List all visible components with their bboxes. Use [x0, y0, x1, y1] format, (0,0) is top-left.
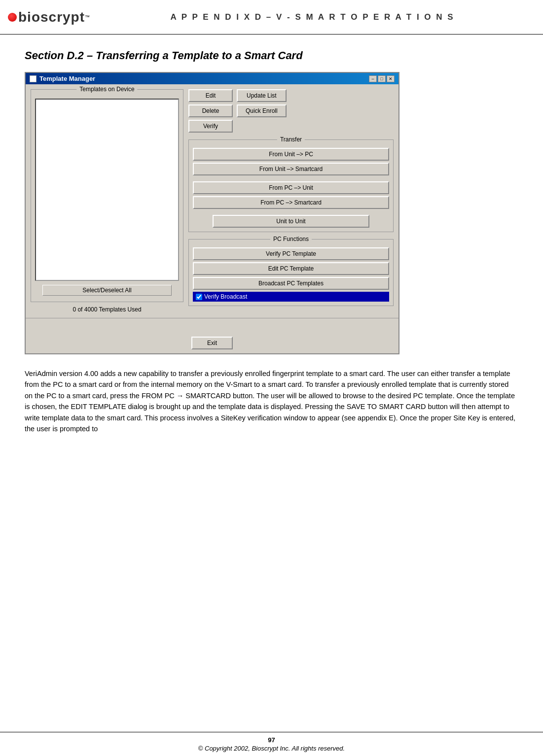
verify-broadcast-label: Verify Broadcast	[204, 293, 247, 300]
from-pc-smartcard-button[interactable]: From PC –> Smartcard	[193, 196, 389, 209]
template-manager-window: 🗃 Template Manager – □ ✕ Templates on De…	[25, 72, 399, 354]
page-header: bioscrypt™ A P P E N D I X D – V - S M A…	[0, 0, 543, 34]
body-text: VeriAdmin version 4.00 adds a new capabi…	[25, 368, 518, 435]
verify-button[interactable]: Verify	[188, 120, 233, 133]
pc-functions-group: PC Functions Verify PC Template Edit PC …	[188, 239, 394, 306]
transfer-buttons: From Unit –> PC From Unit –> Smartcard F…	[193, 148, 389, 228]
from-unit-pc-button[interactable]: From Unit –> PC	[193, 148, 389, 161]
edit-button[interactable]: Edit	[188, 89, 233, 102]
verify-pc-template-button[interactable]: Verify PC Template	[193, 247, 389, 260]
logo-text: bioscrypt	[18, 9, 85, 25]
top-action-buttons: Edit Delete Verify Update List Quick Enr…	[188, 89, 394, 133]
window-body: Templates on Device Select/Deselect All …	[26, 84, 398, 318]
unit-to-unit-button[interactable]: Unit to Unit	[213, 215, 369, 228]
transfer-group: Transfer From Unit –> PC From Unit –> Sm…	[188, 139, 394, 232]
quick-enroll-button[interactable]: Quick Enroll	[237, 104, 287, 117]
window-footer: Exit	[26, 333, 398, 353]
pc-functions-label: PC Functions	[270, 236, 312, 242]
page-number: 97	[268, 736, 275, 744]
right-panel: Edit Delete Verify Update List Quick Enr…	[188, 89, 394, 313]
templates-on-device-label: Templates on Device	[76, 86, 137, 93]
restore-button[interactable]: □	[378, 75, 386, 82]
window-controls[interactable]: – □ ✕	[369, 75, 395, 82]
delete-button[interactable]: Delete	[188, 104, 233, 117]
verify-broadcast-row[interactable]: Verify Broadcast	[193, 292, 389, 302]
broadcast-pc-templates-button[interactable]: Broadcast PC Templates	[193, 277, 389, 290]
left-action-col: Edit Delete Verify	[188, 89, 233, 133]
main-content: Section D.2 – Transferring a Template to…	[0, 34, 543, 449]
logo-tm: ™	[85, 14, 90, 20]
pc-function-buttons: Verify PC Template Edit PC Template Broa…	[193, 247, 389, 302]
appendix-title: A P P E N D I X D – V - S M A R T O P E …	[90, 12, 535, 22]
templates-on-device-group: Templates on Device Select/Deselect All	[31, 89, 183, 302]
from-unit-smartcard-button[interactable]: From Unit –> Smartcard	[193, 163, 389, 175]
close-button[interactable]: ✕	[387, 75, 395, 82]
window-title-text: Template Manager	[39, 75, 95, 82]
edit-pc-template-button[interactable]: Edit PC Template	[193, 262, 389, 275]
logo: bioscrypt™	[8, 9, 90, 25]
select-deselect-button[interactable]: Select/Deselect All	[42, 285, 172, 296]
window-title-bar: 🗃 Template Manager – □ ✕	[26, 73, 398, 84]
minimize-button[interactable]: –	[369, 75, 377, 82]
update-list-button[interactable]: Update List	[237, 89, 287, 102]
logo-dot-icon	[8, 13, 17, 22]
window-status-bar	[26, 318, 398, 333]
right-action-col: Update List Quick Enroll	[237, 89, 287, 133]
copyright-text: © Copyright 2002, Bioscrypt Inc. All rig…	[198, 745, 345, 752]
template-list[interactable]	[35, 99, 179, 281]
section-heading: Section D.2 – Transferring a Template to…	[25, 49, 518, 62]
transfer-group-label: Transfer	[277, 136, 305, 143]
from-pc-unit-button[interactable]: From PC –> Unit	[193, 181, 389, 194]
left-panel: Templates on Device Select/Deselect All …	[31, 89, 183, 313]
templates-used-text: 0 of 4000 Templates Used	[31, 306, 183, 313]
window-icon: 🗃	[30, 75, 36, 82]
verify-broadcast-checkbox[interactable]	[196, 294, 202, 300]
page-footer: 97 © Copyright 2002, Bioscrypt Inc. All …	[0, 732, 543, 756]
exit-button[interactable]: Exit	[191, 337, 233, 349]
window-title-area: 🗃 Template Manager	[30, 75, 95, 82]
